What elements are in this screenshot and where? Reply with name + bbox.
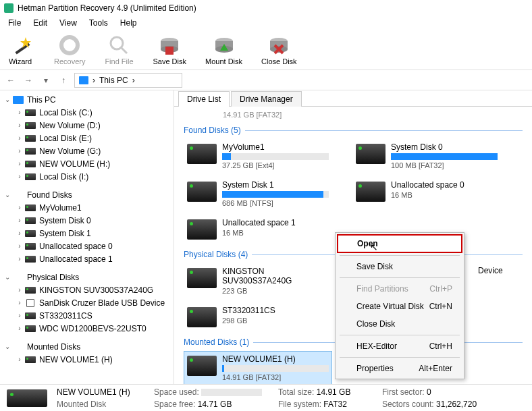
tab-drivemgr[interactable]: Drive Manager: [231, 91, 302, 107]
sidebar: ⌄This PC ›Local Disk (C:) ›New Volume (D…: [0, 90, 174, 384]
menu-help[interactable]: Help: [115, 17, 142, 29]
ctx-findpartitions: Find PartitionsCtrl+P: [337, 280, 462, 298]
nav-back[interactable]: ←: [4, 74, 18, 87]
tree-localc[interactable]: ›Local Disk (C:): [0, 106, 174, 119]
drive-icon: [187, 268, 217, 288]
ctx-open[interactable]: Open: [337, 234, 462, 253]
menu-file[interactable]: File: [3, 17, 26, 29]
address-sep2: ›: [132, 76, 135, 85]
window-title: Hetman Partition Recovery 4.9 (Unlimited…: [18, 3, 196, 13]
drive-icon: [356, 144, 385, 164]
tree-newvolh[interactable]: ›NEW VOLUME (H:): [0, 157, 174, 170]
menubar: File Edit View Tools Help: [0, 16, 532, 30]
app-icon: [4, 3, 14, 13]
tree-locali[interactable]: ›Local Disk (I:): [0, 170, 174, 183]
menu-edit[interactable]: Edit: [28, 17, 53, 29]
ctx-properties[interactable]: PropertiesAlt+Enter: [337, 360, 462, 377]
disk-unalloc0[interactable]: Unallocated space 016 MB: [352, 177, 501, 211]
drive-icon: [187, 182, 217, 202]
tree-locale[interactable]: ›Local Disk (E:): [0, 132, 174, 144]
disk-mountedh[interactable]: NEW VOLUME1 (H)14.91 GB [FAT32]: [184, 351, 332, 384]
disk-unalloc1[interactable]: Unallocated space 116 MB: [184, 215, 332, 243]
tree-kingston[interactable]: ›KINGSTON SUV300S37A240G: [0, 283, 174, 296]
ctx-hexeditor[interactable]: HEX-EditorCtrl+H: [337, 337, 462, 355]
nav-history[interactable]: ▾: [39, 74, 53, 87]
address-thispc[interactable]: This PC: [99, 76, 128, 85]
footer-drive-icon: [7, 389, 47, 407]
closedisk-button[interactable]: Close Disk: [261, 34, 297, 65]
disk-myvol1[interactable]: MyVolume137.25 GB [Ext4]: [184, 139, 332, 173]
tree-found-hdr[interactable]: ⌄Found Disks: [0, 188, 174, 201]
device-fragment: Device: [478, 266, 503, 275]
mountdisk-button[interactable]: Mount Disk: [205, 34, 242, 65]
address-bar[interactable]: › This PC ›: [74, 73, 182, 88]
closedisk-label: Close Disk: [261, 57, 297, 65]
ctx-closedisk[interactable]: Close Disk: [337, 315, 462, 333]
tree-sysd0[interactable]: ›System Disk 0: [0, 214, 174, 227]
truncated-detail: 14.91 GB [FAT32]: [223, 111, 523, 119]
footer-sub: Mounted Disk: [57, 398, 144, 410]
recovery-icon: [59, 34, 80, 56]
tree-newvolg[interactable]: ›New Volume (G:): [0, 144, 174, 157]
menu-view[interactable]: View: [54, 17, 82, 29]
drive-icon: [187, 356, 217, 376]
drive-icon: [187, 307, 217, 327]
disk-st33[interactable]: ST3320311CS298 GB: [184, 302, 332, 331]
tree-mountedh[interactable]: ›NEW VOLUME1 (H): [0, 353, 174, 366]
savedisk-icon: [159, 34, 180, 56]
ctx-savedisk[interactable]: Save Disk: [337, 258, 462, 275]
findfile-label: Find File: [105, 57, 133, 65]
menu-tools[interactable]: Tools: [84, 17, 113, 29]
tree-unalloc0[interactable]: ›Unallocated space 0: [0, 240, 174, 252]
tree-newvold[interactable]: ›New Volume (D:): [0, 119, 174, 132]
statusbar: NEW VOLUME1 (H) Mounted Disk Space used:…: [0, 384, 532, 411]
pc-icon: [79, 76, 88, 84]
wizard-button[interactable]: Wizard: [5, 34, 35, 65]
disk-sysd0[interactable]: System Disk 0100 MB [FAT32]: [352, 139, 501, 173]
nav-fwd[interactable]: →: [22, 74, 35, 87]
navbar: ← → ▾ ↑ › This PC ›: [0, 70, 532, 90]
tree-phys-hdr[interactable]: ⌄Physical Disks: [0, 271, 174, 283]
disk-sysd1[interactable]: System Disk 1686 MB [NTFS]: [184, 177, 332, 211]
wizard-label: Wizard: [9, 57, 32, 65]
section-found: Found Disks (5): [184, 126, 523, 135]
mountdisk-label: Mount Disk: [205, 57, 242, 65]
tabs: Drive List Drive Manager: [174, 90, 532, 107]
disk-kingston[interactable]: KINGSTON SUV300S37A240G223 GB: [184, 263, 332, 298]
recovery-button: Recovery: [54, 34, 85, 65]
context-menu: Open Save Disk Find PartitionsCtrl+P Cre…: [335, 232, 464, 379]
tree-sandisk[interactable]: ›SanDisk Cruzer Blade USB Device: [0, 296, 174, 309]
recovery-label: Recovery: [54, 57, 85, 65]
svg-rect-8: [165, 47, 174, 55]
svg-line-4: [122, 48, 127, 53]
tree-mounted-hdr[interactable]: ⌄Mounted Disks: [0, 340, 174, 353]
tree-wdc[interactable]: ›WDC WD1200BEVS-22UST0: [0, 322, 174, 335]
svg-point-3: [111, 37, 123, 49]
used-bar: [201, 389, 262, 396]
nav-up[interactable]: ↑: [57, 74, 70, 87]
closedisk-icon: [268, 34, 290, 56]
tree-sysd1[interactable]: ›System Disk 1: [0, 227, 174, 240]
drive-icon: [187, 144, 217, 164]
ctx-createvdisk[interactable]: Create Virtual DiskCtrl+N: [337, 298, 462, 315]
toolbar: Wizard Recovery Find File Save Disk Moun…: [0, 30, 532, 70]
titlebar: Hetman Partition Recovery 4.9 (Unlimited…: [0, 0, 532, 16]
svg-point-2: [61, 37, 78, 53]
footer-name: NEW VOLUME1 (H): [57, 386, 144, 398]
drive-icon: [187, 219, 217, 240]
address-sep: ›: [92, 76, 95, 85]
tree-thispc[interactable]: ⌄This PC: [0, 93, 174, 106]
mountdisk-icon: [213, 34, 235, 56]
tab-drivelist[interactable]: Drive List: [178, 91, 230, 107]
findfile-button: Find File: [104, 34, 134, 65]
tree-myvol1[interactable]: ›MyVolume1: [0, 201, 174, 214]
drive-icon: [356, 182, 385, 202]
findfile-icon: [108, 34, 130, 56]
wizard-icon: [9, 34, 31, 56]
tree-unalloc1[interactable]: ›Unallocated space 1: [0, 252, 174, 265]
savedisk-label: Save Disk: [153, 57, 186, 65]
tree-st33[interactable]: ›ST3320311CS: [0, 309, 174, 322]
savedisk-button[interactable]: Save Disk: [153, 34, 186, 65]
